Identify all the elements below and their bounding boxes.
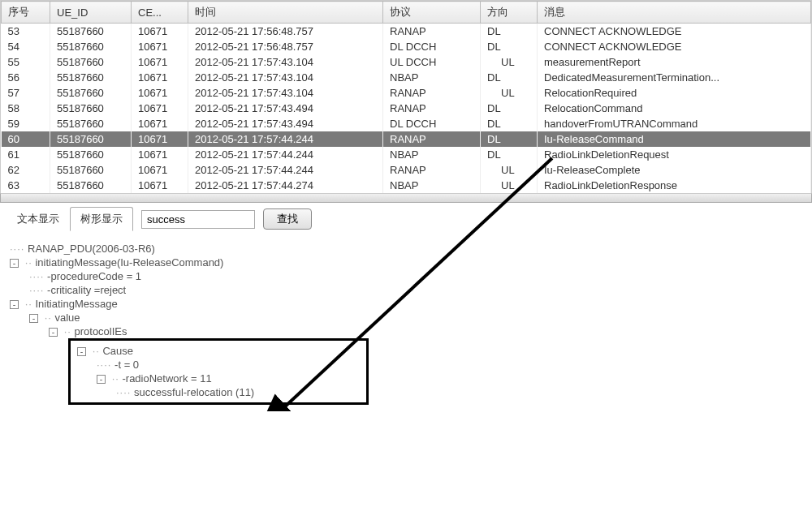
tree-connector: ···· <box>10 243 24 255</box>
cell-time: 2012-05-21 17:56:48.757 <box>188 24 383 40</box>
cell-ce: 10671 <box>132 101 188 116</box>
tab-tree-view[interactable]: 树形显示 <box>70 207 133 231</box>
highlighted-cause-box: - ·· Cause ···· -t = 0 - ·· -radioNetwor… <box>68 338 369 405</box>
collapse-icon[interactable]: - <box>10 300 19 309</box>
collapse-icon[interactable]: - <box>10 259 19 268</box>
cell-message: Iu-ReleaseComplete <box>538 162 811 178</box>
cell-ce: 10671 <box>132 116 188 131</box>
collapse-icon[interactable]: - <box>77 347 86 356</box>
tree-initiating-msg2[interactable]: - ·· InitiatingMessage <box>10 297 802 311</box>
detail-toolbar: 文本显示 树形显示 查找 <box>0 203 812 235</box>
cell-seq: 55 <box>2 54 50 70</box>
cell-message: measurementReport <box>538 54 811 70</box>
table-row[interactable]: 6055187660106712012-05-21 17:57:44.244RA… <box>2 131 811 147</box>
cell-ueid: 55187660 <box>50 162 132 178</box>
header-message[interactable]: 消息 <box>538 2 811 24</box>
cell-protocol: NBAP <box>383 147 481 162</box>
tree-connector: ·· <box>64 325 71 337</box>
cell-ce: 10671 <box>132 147 188 162</box>
collapse-icon[interactable]: - <box>97 375 106 384</box>
cell-ueid: 55187660 <box>50 101 132 116</box>
cell-message: handoverFromUTRANCommand <box>538 116 811 131</box>
tree-connector: ···· <box>29 284 44 296</box>
table-row[interactable]: 5355187660106712012-05-21 17:56:48.757RA… <box>2 24 811 40</box>
cell-ueid: 55187660 <box>50 85 132 101</box>
header-ueid[interactable]: UE_ID <box>50 2 132 24</box>
table-row[interactable]: 6155187660106712012-05-21 17:57:44.244NB… <box>2 147 811 162</box>
cell-ce: 10671 <box>132 178 188 193</box>
cell-seq: 63 <box>2 178 50 193</box>
cell-message: CONNECT ACKNOWLEDGE <box>538 24 811 40</box>
cell-seq: 61 <box>2 147 50 162</box>
search-input[interactable] <box>141 210 255 229</box>
tree-t-value[interactable]: ···· -t = 0 <box>97 358 360 372</box>
search-button[interactable]: 查找 <box>263 208 312 230</box>
tree-successful-relocation[interactable]: ···· successful-relocation (11) <box>116 385 360 399</box>
tree-root[interactable]: ···· RANAP_PDU(2006-03-R6) <box>10 242 802 256</box>
tree-connector: ···· <box>97 359 111 371</box>
cell-time: 2012-05-21 17:57:43.494 <box>188 116 383 131</box>
cell-protocol: RANAP <box>383 162 481 178</box>
header-seq[interactable]: 序号 <box>2 2 50 24</box>
collapse-icon[interactable]: - <box>29 314 38 323</box>
horizontal-splitter[interactable] <box>0 193 812 203</box>
cell-seq: 53 <box>2 24 50 40</box>
cell-ce: 10671 <box>132 39 188 54</box>
cell-time: 2012-05-21 17:57:44.244 <box>188 162 383 178</box>
table-row[interactable]: 5455187660106712012-05-21 17:56:48.757DL… <box>2 39 811 54</box>
cell-message: RelocationCommand <box>538 101 811 116</box>
tree-criticality[interactable]: ···· -criticality =reject <box>29 283 802 297</box>
header-time[interactable]: 时间 <box>188 2 383 24</box>
cell-direction: DL <box>481 147 538 162</box>
cell-seq: 59 <box>2 116 50 131</box>
cell-protocol: RANAP <box>383 85 481 101</box>
cell-direction: DL <box>481 131 538 147</box>
cell-protocol: DL DCCH <box>383 39 481 54</box>
cell-direction: DL <box>481 70 538 85</box>
tree-radio-network[interactable]: - ·· -radioNetwork = 11 <box>97 372 360 385</box>
cell-ueid: 55187660 <box>50 178 132 193</box>
cell-message: Iu-ReleaseCommand <box>538 131 811 147</box>
cell-time: 2012-05-21 17:57:44.244 <box>188 147 383 162</box>
tree-connector: ·· <box>112 372 119 385</box>
table-row[interactable]: 6255187660106712012-05-21 17:57:44.244RA… <box>2 162 811 178</box>
tree-protocol-ies[interactable]: - ·· protocolIEs <box>49 324 802 338</box>
table-header-row: 序号 UE_ID CE... 时间 协议 方向 消息 <box>2 2 811 24</box>
cell-ueid: 55187660 <box>50 147 132 162</box>
cell-direction: UL <box>481 85 538 101</box>
table-row[interactable]: 5555187660106712012-05-21 17:57:43.104UL… <box>2 54 811 70</box>
cell-protocol: RANAP <box>383 24 481 40</box>
tree-cause[interactable]: - ·· Cause <box>77 344 360 358</box>
table-row[interactable]: 5955187660106712012-05-21 17:57:43.494DL… <box>2 116 811 131</box>
tree-procedure-code[interactable]: ···· -procedureCode = 1 <box>29 269 802 283</box>
cell-time: 2012-05-21 17:57:43.104 <box>188 70 383 85</box>
tree-initiating-msg[interactable]: - ·· initiatingMessage(Iu-ReleaseCommand… <box>10 256 802 269</box>
tree-connector: ·· <box>45 312 52 324</box>
collapse-icon[interactable]: - <box>49 328 58 337</box>
table-row[interactable]: 6355187660106712012-05-21 17:57:44.274NB… <box>2 178 811 193</box>
cell-message: RelocationRequired <box>538 85 811 101</box>
tree-connector: ·· <box>25 298 32 310</box>
header-ce[interactable]: CE... <box>132 2 188 24</box>
cell-ueid: 55187660 <box>50 116 132 131</box>
tree-connector: ···· <box>29 270 44 282</box>
cell-protocol: NBAP <box>383 178 481 193</box>
tree-view-panel: ···· RANAP_PDU(2006-03-R6) - ·· initiati… <box>0 235 812 411</box>
tree-value[interactable]: - ·· value <box>29 311 802 324</box>
cell-time: 2012-05-21 17:57:43.494 <box>188 101 383 116</box>
cell-ce: 10671 <box>132 24 188 40</box>
cell-ce: 10671 <box>132 131 188 147</box>
cell-ce: 10671 <box>132 70 188 85</box>
header-direction[interactable]: 方向 <box>481 2 538 24</box>
table-row[interactable]: 5755187660106712012-05-21 17:57:43.104RA… <box>2 85 811 101</box>
cell-ce: 10671 <box>132 54 188 70</box>
table-row[interactable]: 5855187660106712012-05-21 17:57:43.494RA… <box>2 101 811 116</box>
cell-seq: 58 <box>2 101 50 116</box>
header-protocol[interactable]: 协议 <box>383 2 481 24</box>
table-row[interactable]: 5655187660106712012-05-21 17:57:43.104NB… <box>2 70 811 85</box>
tab-text-view[interactable]: 文本显示 <box>6 207 70 231</box>
cell-direction: DL <box>481 39 538 54</box>
cell-ce: 10671 <box>132 162 188 178</box>
packet-table: 序号 UE_ID CE... 时间 协议 方向 消息 5355187660106… <box>1 1 811 193</box>
cell-message: RadioLinkDeletionRequest <box>538 147 811 162</box>
